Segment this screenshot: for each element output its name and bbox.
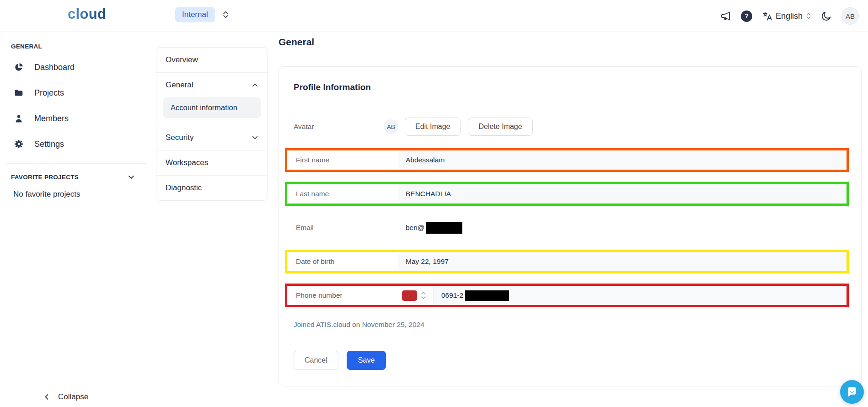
sidebar-items: Dashboard Projects Members — [11, 54, 135, 157]
phone-country-selector[interactable]: ★ — [398, 286, 434, 305]
country-stepper-icons — [421, 290, 426, 300]
collapse-label: Collapse — [58, 392, 88, 402]
chevron-left-icon — [43, 393, 50, 401]
sidebar-item-label: Dashboard — [34, 63, 75, 72]
workspace-selector[interactable]: Internal — [175, 7, 229, 22]
edit-image-button[interactable]: Edit Image — [405, 118, 461, 136]
language-selector[interactable]: English — [762, 11, 811, 21]
sidebar-item-members[interactable]: Members — [11, 106, 135, 131]
folder-icon — [14, 88, 24, 98]
sidebar-item-label: Members — [34, 114, 69, 123]
email-visible-text: ben@ — [406, 224, 425, 232]
sidebar-item-projects[interactable]: Projects — [11, 80, 135, 106]
first-name-label: First name — [287, 150, 398, 170]
phone-redaction — [465, 290, 509, 301]
person-icon — [14, 113, 24, 123]
last-name-row: Last name BENCHADLIA — [287, 184, 847, 204]
gear-icon — [14, 139, 24, 149]
email-row-wrap: Email ben@ — [285, 216, 849, 240]
phone-label: Phone number — [287, 286, 398, 305]
morocco-flag-icon: ★ — [402, 290, 417, 301]
card-divider — [294, 104, 847, 104]
language-label: English — [776, 11, 803, 21]
profile-card: Profile Information Avatar AB Edit Image… — [279, 66, 862, 386]
favorites-section-header[interactable]: FAVORITE PROJECTS — [11, 174, 135, 181]
profile-avatar: AB — [384, 119, 398, 134]
nav-item-label: General — [166, 80, 193, 90]
language-chevron-updown-icon — [806, 12, 811, 20]
page-title: General — [279, 37, 314, 48]
phone-row: Phone number ★ 0691-2 — [287, 286, 847, 305]
workspace-badge[interactable]: Internal — [175, 7, 215, 22]
phone-input[interactable]: 0691-2 — [434, 286, 847, 305]
form-actions: Cancel Save — [294, 351, 847, 370]
help-icon[interactable]: ? — [741, 11, 752, 22]
email-redaction — [426, 222, 462, 234]
flag-star: ★ — [407, 293, 412, 298]
settings-nav: Overview General Account information Sec… — [156, 47, 268, 201]
app-logo: cloud — [68, 6, 106, 22]
card-title: Profile Information — [294, 82, 847, 92]
chat-bubble-icon — [846, 386, 858, 398]
settings-nav-diagnostic[interactable]: Diagnostic — [156, 175, 268, 200]
settings-nav-workspaces[interactable]: Workspaces — [156, 150, 268, 175]
collapse-sidebar-button[interactable]: Collapse — [43, 392, 88, 402]
chevron-down-icon — [252, 134, 258, 141]
workspace-chevron-updown-icon[interactable] — [222, 10, 229, 19]
favorites-empty-text: No favorite projects — [13, 190, 135, 199]
settings-nav-overview[interactable]: Overview — [156, 48, 268, 72]
nav-item-label: Workspaces — [166, 158, 208, 167]
first-name-highlight: First name Abdessalam — [285, 148, 849, 172]
chevron-down-icon — [128, 174, 135, 181]
footer-divider — [294, 341, 847, 341]
email-row: Email ben@ — [287, 218, 847, 237]
nav-item-label: Overview — [166, 55, 198, 64]
date-of-birth-label: Date of birth — [287, 252, 398, 271]
sidebar-item-dashboard[interactable]: Dashboard — [11, 54, 135, 80]
nav-item-label: Diagnostic — [166, 183, 202, 193]
topbar: cloud Internal ? En — [0, 0, 868, 32]
settings-nav-general[interactable]: General — [156, 72, 268, 97]
cancel-button[interactable]: Cancel — [294, 351, 338, 370]
nav-item-label: Security — [166, 133, 193, 142]
favorites-section-label: FAVORITE PROJECTS — [11, 174, 79, 181]
settings-nav-account-information[interactable]: Account information — [163, 97, 261, 118]
sidebar-divider — [7, 163, 146, 164]
pie-chart-icon — [14, 62, 24, 72]
chat-launcher-button[interactable] — [840, 380, 864, 404]
delete-image-button[interactable]: Delete Image — [468, 118, 532, 136]
date-of-birth-highlight: Date of birth May 22, 1997 — [285, 250, 849, 273]
first-name-input[interactable]: Abdessalam — [398, 150, 847, 170]
topbar-actions: ? English AB — [720, 0, 859, 32]
first-name-row: First name Abdessalam — [287, 150, 847, 170]
last-name-label: Last name — [287, 184, 398, 204]
translate-icon — [762, 11, 772, 21]
sidebar-item-label: Projects — [34, 88, 64, 98]
date-of-birth-input[interactable]: May 22, 1997 — [398, 252, 847, 271]
email-value: ben@ — [398, 218, 847, 237]
announcements-icon[interactable] — [720, 11, 731, 21]
last-name-highlight: Last name BENCHADLIA — [285, 182, 849, 206]
avatar-label: Avatar — [294, 123, 384, 131]
phone-highlight: Phone number ★ 0691-2 — [285, 284, 849, 307]
dark-mode-icon[interactable] — [821, 11, 832, 21]
last-name-input[interactable]: BENCHADLIA — [398, 184, 847, 204]
date-of-birth-row: Date of birth May 22, 1997 — [287, 252, 847, 271]
sidebar-section-general: GENERAL — [11, 43, 135, 50]
email-label: Email — [287, 218, 398, 237]
sidebar: GENERAL Dashboard Projects — [0, 32, 146, 407]
save-button[interactable]: Save — [347, 351, 386, 370]
sidebar-item-settings[interactable]: Settings — [11, 131, 135, 157]
avatar-row: Avatar AB Edit Image Delete Image — [294, 118, 847, 136]
joined-text: Joined ATIS.cloud on November 25, 2024 — [294, 319, 431, 330]
sidebar-item-label: Settings — [34, 139, 64, 149]
settings-nav-security[interactable]: Security — [156, 125, 268, 150]
user-avatar[interactable]: AB — [841, 7, 859, 25]
chevron-up-icon — [252, 82, 258, 88]
phone-visible-text: 0691-2 — [441, 291, 463, 300]
